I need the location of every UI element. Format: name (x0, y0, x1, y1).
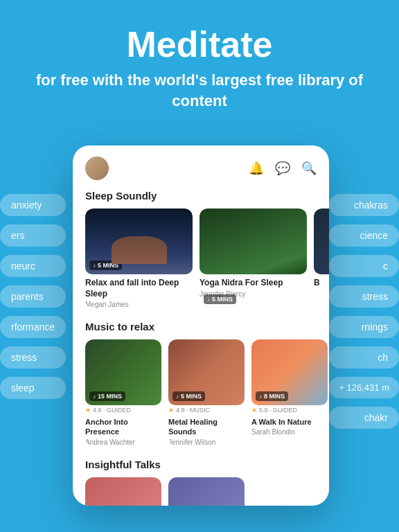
tag-stress-left[interactable]: stress (0, 346, 66, 369)
relax-label-2: Metal Healing Sounds (168, 417, 245, 437)
relax-author-3: Sarah Blondin (251, 428, 328, 436)
sleep-label-1: Relax and fall into Deep Sleep (85, 278, 193, 299)
app-mockup-card: 🔔 💬 🔍 Sleep Soundly 5 MINS Relax and fal… (73, 145, 329, 506)
left-tags-container: anxiety ers neurc parents rformance stre… (0, 194, 66, 399)
tag-ch[interactable]: ch (329, 346, 399, 369)
relax-label-1: Anchor Into Presence (85, 417, 161, 437)
relax-duration-2: 5 MINS (172, 391, 205, 401)
avatar-image (85, 157, 109, 180)
relax-stars-2: ★ (168, 407, 174, 414)
tag-sleep[interactable]: sleep (0, 377, 66, 399)
chat-icon[interactable]: 💬 (275, 161, 290, 176)
relax-duration-1: 15 MINS (89, 391, 125, 401)
relax-rating-row-2: ★ 4.8 · MUSIC (168, 407, 245, 414)
sleep-section-title: Sleep Soundly (73, 187, 329, 209)
sleep-thumb-2: 5 MINS (200, 209, 307, 274)
header-icons: 🔔 💬 🔍 (249, 161, 317, 176)
tag-chakr[interactable]: chakr (329, 407, 399, 429)
bell-icon[interactable]: 🔔 (249, 161, 264, 176)
tag-performance[interactable]: rformance (0, 316, 66, 338)
tag-neurc[interactable]: neurc (0, 255, 66, 277)
sleep-card-1[interactable]: 5 MINS Relax and fall into Deep Sleep Me… (85, 209, 193, 308)
tag-plus-count[interactable]: + 126,431 m (329, 377, 399, 398)
relax-rating-row-3: ★ 5.0 · GUIDED (251, 407, 328, 414)
search-icon[interactable]: 🔍 (301, 161, 317, 176)
sleep-duration-1: 5 MINS (89, 260, 122, 270)
right-tags-container: chakras cience c stress rnings ch + 126,… (329, 194, 399, 429)
relax-cards-row: 15 MINS ★ 4.9 · GUIDED Anchor Into Prese… (73, 339, 329, 446)
relax-card-3[interactable]: 8 MINS ★ 5.0 · GUIDED A Walk In Nature S… (251, 339, 328, 446)
tag-c[interactable]: c (329, 255, 399, 277)
hero-section: Meditate for free with the world's large… (0, 0, 399, 125)
sleep-card-3[interactable]: B (314, 209, 329, 308)
sleep-cards-row: 5 MINS Relax and fall into Deep Sleep Me… (73, 209, 329, 308)
tag-stress-right[interactable]: stress (329, 285, 399, 308)
talks-section-title: Insightful Talks (73, 456, 329, 477)
sleep-label-3: B (314, 278, 329, 289)
relax-duration-3: 8 MINS (256, 391, 288, 401)
hero-subtitle: for free with the world's largest free l… (28, 70, 371, 111)
relax-stars-3: ★ (251, 407, 257, 414)
sleep-author-1: Megan James (85, 301, 193, 308)
tag-science[interactable]: cience (329, 224, 399, 247)
relax-rating-row-1: ★ 4.9 · GUIDED (85, 407, 161, 414)
relax-rating-3: 5.0 · GUIDED (259, 407, 297, 414)
sleep-label-2: Yoga Nidra For Sleep (200, 278, 307, 289)
talk-card-1[interactable] (85, 477, 161, 506)
tag-anxiety[interactable]: anxiety (0, 194, 66, 216)
relax-author-2: Jennifer Wilson (168, 438, 245, 446)
relax-author-1: Andrea Wachter (85, 438, 161, 446)
relax-rating-2: 4.8 · MUSIC (176, 407, 210, 414)
talk-thumb-1 (85, 477, 161, 506)
avatar[interactable] (85, 157, 109, 180)
sleep-thumb-1: 5 MINS (85, 209, 193, 274)
relax-stars-1: ★ (85, 407, 91, 414)
hero-title: Meditate (28, 25, 371, 64)
relax-card-2[interactable]: 5 MINS ★ 4.8 · MUSIC Metal Healing Sound… (168, 339, 245, 446)
relax-rating-1: 4.9 · GUIDED (93, 407, 131, 414)
sleep-thumb-3 (314, 209, 329, 274)
talk-card-2[interactable] (168, 477, 245, 506)
talk-thumb-2 (168, 477, 245, 506)
relax-card-1[interactable]: 15 MINS ★ 4.9 · GUIDED Anchor Into Prese… (85, 339, 161, 446)
card-header: 🔔 💬 🔍 (73, 145, 329, 187)
tag-mornings[interactable]: rnings (329, 316, 399, 338)
tag-chakras[interactable]: chakras (329, 194, 399, 216)
tag-ers[interactable]: ers (0, 224, 66, 247)
sleep-card-2[interactable]: 5 MINS Yoga Nidra For Sleep Jennifer Pie… (200, 209, 307, 308)
relax-section-title: Music to relax (73, 318, 329, 339)
sleep-duration-2: 5 MINS (204, 294, 236, 304)
relax-label-3: A Walk In Nature (251, 417, 328, 427)
talks-cards-row (73, 477, 329, 506)
tag-parents[interactable]: parents (0, 285, 66, 308)
